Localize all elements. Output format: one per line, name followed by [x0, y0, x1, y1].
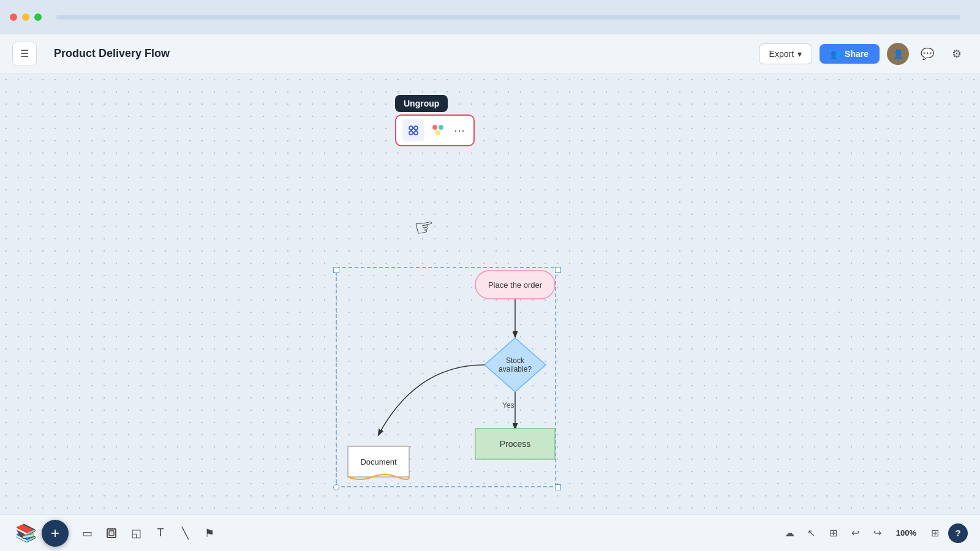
- undo-icon[interactable]: ↩: [847, 525, 864, 542]
- svg-point-9: [439, 125, 443, 130]
- chat-icon[interactable]: 💬: [916, 43, 938, 65]
- ungroup-style-icon[interactable]: [427, 119, 449, 141]
- document-node[interactable]: Document: [348, 446, 409, 477]
- document-label: Document: [360, 457, 396, 467]
- bottom-toolbar: 📚 + ▭ ◱ T ╲ ⚑ ☁ ↖ ⊞ ↩ ↪ 100% ⊞ ?: [0, 514, 980, 551]
- cloud-icon[interactable]: ☁: [781, 525, 798, 542]
- sticker-icon: 📚: [12, 520, 39, 547]
- rectangle-tool[interactable]: ▭: [76, 522, 98, 544]
- svg-point-1: [414, 126, 418, 130]
- share-button[interactable]: 👥 Share: [820, 44, 880, 64]
- svg-point-3: [414, 131, 418, 135]
- help-button[interactable]: ?: [948, 523, 968, 543]
- title-bar-spacer: [56, 15, 960, 20]
- handle-tr: [555, 267, 561, 273]
- redo-icon[interactable]: ↪: [869, 525, 886, 542]
- traffic-light-green[interactable]: [34, 13, 42, 21]
- place-order-label: Place the order: [488, 280, 542, 290]
- more-icon[interactable]: ⋯: [451, 124, 467, 137]
- yes-label: Yes: [502, 401, 514, 410]
- traffic-light-yellow[interactable]: [22, 13, 29, 21]
- line-tool[interactable]: ╲: [174, 522, 196, 544]
- cursor-icon[interactable]: ↖: [803, 525, 820, 542]
- add-button[interactable]: +: [42, 520, 69, 547]
- grid-icon[interactable]: ⊞: [926, 525, 943, 542]
- fit-screen-icon[interactable]: ⊞: [825, 525, 842, 542]
- ungroup-popup: Ungroup: [395, 95, 475, 146]
- sticky-note-tool[interactable]: ◱: [125, 522, 147, 544]
- handle-tl: [333, 267, 339, 273]
- cursor-hand: ☞: [413, 213, 437, 242]
- add-icon: +: [51, 525, 59, 542]
- diagram-title: Product Delivery Flow: [44, 47, 179, 60]
- avatar[interactable]: 👤: [887, 43, 909, 65]
- top-toolbar: ☰ Product Delivery Flow Export ▾ 👥 Share…: [0, 34, 980, 73]
- place-order-node[interactable]: Place the order: [475, 271, 555, 299]
- settings-icon[interactable]: ⚙: [946, 43, 968, 65]
- title-bar: [0, 0, 980, 34]
- svg-point-10: [435, 130, 440, 135]
- stock-available-label: Stockavailable?: [499, 356, 532, 373]
- frame-tool[interactable]: [100, 522, 123, 544]
- svg-point-0: [409, 126, 413, 130]
- avatar-image: 👤: [893, 49, 903, 59]
- share-label: Share: [845, 49, 869, 59]
- export-button[interactable]: Export ▾: [759, 43, 812, 64]
- zoom-level: 100%: [891, 528, 921, 538]
- process-node[interactable]: Process: [475, 429, 555, 459]
- process-label: Process: [500, 439, 531, 449]
- handle-bl: [333, 484, 339, 490]
- canvas[interactable]: Ungroup: [0, 73, 980, 514]
- traffic-light-red[interactable]: [10, 13, 17, 21]
- text-tool[interactable]: T: [149, 522, 172, 544]
- chevron-down-icon: ▾: [797, 49, 802, 59]
- svg-point-8: [432, 125, 437, 130]
- export-label: Export: [769, 49, 794, 59]
- ungroup-group-icon[interactable]: [402, 119, 424, 141]
- bottom-right: ☁ ↖ ⊞ ↩ ↪ 100% ⊞ ?: [781, 523, 968, 543]
- marker-tool[interactable]: ⚑: [198, 522, 221, 544]
- toolbar-right: 💬 ⚙: [916, 43, 968, 65]
- stock-available-node[interactable]: Stockavailable?: [484, 345, 546, 384]
- ungroup-label[interactable]: Ungroup: [395, 95, 448, 112]
- svg-point-2: [409, 131, 413, 135]
- handle-br: [555, 484, 561, 490]
- svg-rect-20: [109, 531, 114, 536]
- share-icon: 👥: [831, 49, 841, 59]
- ungroup-icons-row: ⋯: [395, 114, 475, 146]
- hamburger-icon: ☰: [20, 48, 29, 59]
- menu-button[interactable]: ☰: [12, 42, 37, 66]
